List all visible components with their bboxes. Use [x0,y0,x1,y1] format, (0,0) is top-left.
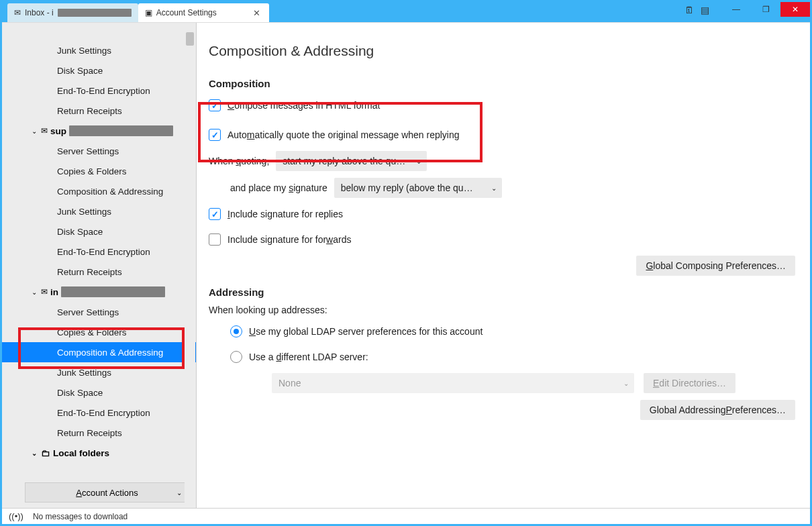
sidebar-item[interactable]: Copies & Folders [2,161,196,181]
settings-icon: ▣ [145,8,152,17]
checkbox-signature-forwards[interactable] [209,233,221,246]
redacted [69,125,173,136]
ldap-server-select: None⌄ [272,373,634,393]
connection-icon[interactable]: ((•)) [9,511,23,521]
tab-inbox-label: Inbox - i [25,8,54,17]
tab-settings-label: Account Settings [156,8,217,17]
sidebar-item[interactable]: Server Settings [2,141,196,161]
inbox-icon: ✉ [14,8,21,17]
chevron-down-icon: ⌄ [491,185,497,192]
sidebar-account[interactable]: ⌄ ✉ sup [2,121,196,141]
when-quoting-label: When quoting, [209,156,269,166]
page-title: Composition & Addressing [209,43,795,59]
close-icon[interactable]: ✕ [252,7,262,18]
envelope-icon: ✉ [41,126,48,136]
sidebar-item[interactable]: Return Receipts [2,262,196,282]
tab-account-settings[interactable]: ▣ Account Settings ✕ [138,3,269,22]
sidebar-item[interactable]: Disk Space [2,221,196,242]
chevron-down-icon: ⌄ [416,158,421,165]
account-label: in [50,287,58,297]
different-ldap-label: Use a different LDAP server: [249,352,368,362]
sidebar-item[interactable]: Copies & Folders [2,322,196,342]
calendar-icon[interactable]: 🗓 [684,5,694,15]
sidebar-item[interactable]: Disk Space [2,382,196,403]
chevron-down-icon: ⌄ [30,127,38,135]
statusbar: ((•)) No messages to download [2,508,810,524]
edit-directories-button: Edit Directories… [644,373,735,393]
compose-html-label: Compose messages in HTML format [227,100,380,111]
signature-replies-label: Include signature for replies [227,209,343,219]
account-actions-button[interactable]: Account Actions ⌄ [25,482,189,503]
envelope-icon: ✉ [41,287,48,297]
chevron-down-icon: ⌄ [30,288,38,296]
global-composing-button[interactable]: Global Composing Preferences… [636,256,795,276]
status-message: No messages to download [33,512,128,521]
redacted [58,9,132,17]
sidebar-item[interactable]: Return Receipts [2,101,196,121]
sidebar-account[interactable]: ⌄ ✉ in [2,282,196,302]
main-content: Composition & Addressing Composition Com… [197,23,810,508]
checkbox-compose-html[interactable] [209,99,221,111]
chevron-down-icon: ⌄ [176,489,182,496]
checkbox-signature-replies[interactable] [209,208,221,220]
tasks-icon[interactable]: ▤ [701,5,709,15]
sidebar: Junk Settings Disk Space End-To-End Encr… [2,23,197,508]
chevron-down-icon: ⌄ [623,380,629,387]
sidebar-item[interactable]: Disk Space [2,60,196,81]
lookup-label: When looking up addresses: [209,305,795,315]
folder-icon: 🗀 [41,448,50,458]
close-button[interactable]: ✕ [780,2,810,17]
sidebar-item[interactable]: Junk Settings [2,40,196,60]
sidebar-local-folders[interactable]: ⌄ 🗀 Local folders [2,443,196,463]
sidebar-item[interactable]: Composition & Addressing [2,181,196,201]
sidebar-item[interactable]: End-To-End Encryption [2,81,196,101]
sidebar-item[interactable]: Return Receipts [2,423,196,443]
addressing-heading: Addressing [209,286,795,298]
minimize-button[interactable]: — [721,2,751,17]
sidebar-item[interactable]: End-To-End Encryption [2,242,196,262]
reply-position-select[interactable]: start my reply above the qu…⌄ [276,151,427,171]
sidebar-item-composition-addressing[interactable]: Composition & Addressing [2,342,196,362]
signature-position-label: and place my signature [230,182,327,193]
sidebar-item[interactable]: End-To-End Encryption [2,403,196,423]
global-ldap-label: Use my global LDAP server preferences fo… [249,326,483,337]
sidebar-item[interactable]: Junk Settings [2,362,196,382]
auto-quote-label: Automatically quote the original message… [227,129,460,140]
checkbox-auto-quote[interactable] [209,129,221,141]
account-label: sup [50,126,66,136]
titlebar: ✉ Inbox - i ▣ Account Settings ✕ 🗓 ▤ — ❐… [2,2,810,22]
sidebar-item[interactable]: Junk Settings [2,201,196,221]
global-addressing-button[interactable]: Global Addressing Preferences… [640,400,795,420]
signature-position-select[interactable]: below my reply (above the qu…⌄ [334,178,502,198]
sidebar-item[interactable]: Server Settings [2,302,196,322]
chevron-down-icon: ⌄ [30,450,38,457]
maximize-button[interactable]: ❐ [751,2,780,17]
tab-inbox[interactable]: ✉ Inbox - i [7,3,138,22]
radio-different-ldap[interactable] [230,351,242,363]
signature-forwards-label: Include signature for forwards [227,234,351,245]
radio-global-ldap[interactable] [230,325,242,337]
redacted [61,286,165,297]
local-folders-label: Local folders [53,448,109,458]
composition-heading: Composition [209,78,795,89]
scrollbar[interactable] [185,23,195,508]
